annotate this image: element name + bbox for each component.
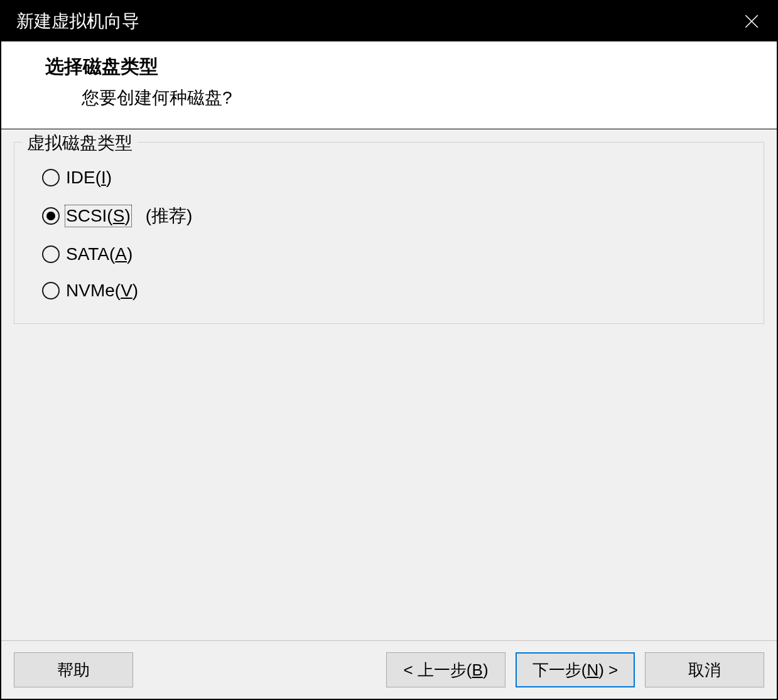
content-area: 虚拟磁盘类型 IDE(I) SCSI(S) (推荐) SATA(A) <box>1 129 777 640</box>
titlebar: 新建虚拟机向导 <box>1 1 777 41</box>
radio-icon <box>42 207 60 225</box>
radio-option-ide[interactable]: IDE(I) <box>42 168 745 188</box>
next-button[interactable]: 下一步(N) > <box>516 652 635 687</box>
close-icon <box>743 13 760 30</box>
close-button[interactable] <box>739 9 764 34</box>
radio-label-nvme: NVMe(V) <box>66 281 138 301</box>
radio-icon <box>42 245 60 263</box>
radio-label-ide: IDE(I) <box>66 168 112 188</box>
radio-icon <box>42 282 60 299</box>
fieldset-legend: 虚拟磁盘类型 <box>22 131 138 155</box>
radio-option-sata[interactable]: SATA(A) <box>42 244 745 264</box>
help-button[interactable]: 帮助 <box>14 652 133 687</box>
radio-label-scsi: SCSI(S) <box>66 206 131 226</box>
cancel-button[interactable]: 取消 <box>645 652 764 687</box>
page-subtitle: 您要创建何种磁盘? <box>45 86 777 110</box>
back-button[interactable]: < 上一步(B) <box>386 652 505 687</box>
disk-type-radio-group: IDE(I) SCSI(S) (推荐) SATA(A) NVMe(V) <box>33 168 745 301</box>
radio-option-nvme[interactable]: NVMe(V) <box>42 281 745 301</box>
wizard-footer: 帮助 < 上一步(B) 下一步(N) > 取消 <box>1 640 777 699</box>
recommended-note: (推荐) <box>146 204 193 228</box>
wizard-window: 新建虚拟机向导 选择磁盘类型 您要创建何种磁盘? 虚拟磁盘类型 IDE(I) S… <box>0 0 778 700</box>
radio-icon <box>42 169 60 186</box>
radio-label-sata: SATA(A) <box>66 244 132 264</box>
window-title: 新建虚拟机向导 <box>16 9 139 33</box>
disk-type-fieldset: 虚拟磁盘类型 IDE(I) SCSI(S) (推荐) SATA(A) <box>14 142 764 324</box>
page-title: 选择磁盘类型 <box>45 54 777 80</box>
radio-option-scsi[interactable]: SCSI(S) (推荐) <box>42 204 745 228</box>
wizard-header: 选择磁盘类型 您要创建何种磁盘? <box>1 41 777 129</box>
